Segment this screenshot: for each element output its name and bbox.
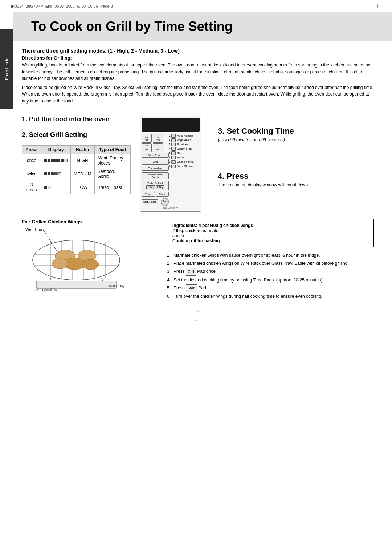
ingredients-box: Ingredients: 4 pcs/400 g chicken wings 2… [167, 219, 374, 247]
btn-01kg[interactable]: 0.1kg [156, 185, 164, 189]
table-row: once [22, 154, 131, 167]
crosshair-icon [192, 317, 200, 324]
table-row: twice MEDIUM [22, 167, 131, 181]
btn-reheat[interactable]: Reheat FriedFoods [142, 172, 169, 179]
preset-pasta: 6 Pasta [169, 156, 200, 159]
press-twice: twice [22, 167, 41, 181]
example-title: Ex.: Grilled Chicken Wings [22, 219, 156, 224]
left-column: 1. Put the food into the oven 2. Select … [22, 116, 131, 212]
svg-text:Glass Tray: Glass Tray [109, 284, 125, 288]
preset-steam-fish: 4 Steam Fish [169, 147, 200, 151]
preset-chicken-pcs: 7 Chicken Pcs. [169, 160, 200, 164]
grill-table: Press Display Heater Type of Food once [22, 145, 131, 194]
ingredients-line3: sauce [172, 233, 368, 238]
header-file-info: IP0534_38G70KP_Eng_0630 2006. 6. 30 10:5… [11, 4, 113, 8]
svg-point-14 [83, 259, 99, 270]
btn-grill[interactable]: Grill [142, 159, 169, 165]
heater-3times: LOW [71, 181, 95, 194]
btn-clock[interactable]: Clock [156, 192, 169, 197]
recipe-section: Ingredients: 4 pcs/400 g chicken wings 2… [167, 219, 374, 301]
oven-display [142, 118, 200, 132]
svg-rect-17 [36, 281, 116, 288]
step3-title: 3. Set Cooking Time [218, 126, 374, 136]
preset-meat-skewers: 8 Meat Skewers [169, 165, 200, 168]
heater-once: HIGH [71, 154, 95, 167]
col-heater: Heater [71, 145, 95, 154]
col-food: Type of Food [94, 145, 130, 154]
ingredients-line4: Cooking oil for basting [172, 238, 368, 243]
btn-1kg[interactable]: 1.0kg [146, 185, 155, 189]
btn-1min[interactable]: 1min [153, 134, 163, 143]
preset-rice: 5 Rice [169, 151, 200, 155]
wire-rack-illustration: Wire Rack [22, 227, 156, 294]
food-3times: Bread, Toast [94, 181, 130, 194]
cooking-step-3: Press Grill Pad once. [167, 268, 374, 275]
wire-rack-label: Wire Rack [25, 227, 44, 232]
display-twice [41, 167, 71, 181]
btn-1sec[interactable]: 1sec [153, 143, 163, 152]
btn-timer[interactable]: Timer [142, 192, 155, 197]
display-3times [41, 181, 71, 194]
preset-auto-reheat: 1 Auto Reheat [169, 134, 200, 138]
oven-time-row: 10min 1min 10sec 1sec Micro Power Grill … [142, 134, 200, 206]
page-number: - En-8 - [0, 301, 392, 317]
header-crosshair-icon [374, 3, 381, 10]
display-once [41, 154, 71, 167]
rack-svg: Glass Tray Heat-proof dish [22, 227, 131, 293]
ingredients-line2: 2 tbsp chicken marinate [172, 228, 368, 233]
oven-panel: 10min 1min 10sec 1sec Micro Power Grill … [140, 116, 201, 212]
step1-title: 1. Put the food into the oven [22, 116, 110, 123]
svg-point-13 [52, 259, 68, 269]
press-3times: 3 times [22, 181, 41, 194]
svg-text:Heat-proof dish: Heat-proof dish [36, 288, 59, 292]
oven-diagram: 10min 1min 10sec 1sec Micro Power Grill … [131, 116, 211, 212]
btn-stop-reset[interactable]: Stop/Reset [142, 199, 158, 204]
cooking-step-1: Marinate chicken wings with sauce overni… [167, 252, 374, 259]
btn-10sec[interactable]: 10sec [142, 143, 152, 152]
btn-10min[interactable]: 10min [142, 134, 152, 143]
step4-title: 4. Press [218, 171, 374, 181]
table-row: 3 times LOW Bread, Toast [22, 181, 131, 194]
step4-sub: The time in the display window will coun… [218, 182, 374, 187]
preset-potatoes: 3 Potatoes [169, 143, 200, 146]
start-btn-inline: Start [186, 284, 197, 292]
col-display: Display [41, 145, 71, 154]
food-once: Meat, Poultry pieces [94, 154, 130, 167]
directions-subtitle: Directions for Grilling: [22, 55, 374, 61]
directions-text2: Place food to be grilled on Wire Rack in… [22, 84, 374, 105]
english-sidebar: English [0, 29, 13, 109]
grill-btn-inline: Grill [186, 268, 196, 276]
press-once: once [22, 154, 41, 167]
btn-start[interactable]: Start [161, 198, 169, 206]
middle-section: 1. Put the food into the oven 2. Select … [0, 116, 392, 212]
cooking-step-6: Turn over the chicken wings during half … [167, 293, 374, 300]
grill-modes-title: There are three grill setting modes. (1 … [22, 48, 374, 54]
directions-text1: When grilling, heat is radiated from the… [22, 62, 374, 82]
page-title: To Cook on Grill by Time Setting [13, 12, 392, 41]
page-wrapper: IP0534_38G70KP_Eng_0630 2006. 6. 30 10:5… [0, 0, 392, 555]
col-press: Press [22, 145, 41, 154]
food-twice: Seafood, Garlic [94, 167, 130, 181]
preset-vegetables: 2 Vegetables [169, 138, 200, 142]
btn-micro-power[interactable]: Micro Power [142, 153, 169, 158]
example-section: Ex.: Grilled Chicken Wings Wire Rack [22, 219, 156, 301]
cooking-step-5: Press Start Pad. [167, 284, 374, 292]
content-area: There are three grill setting modes. (1 … [0, 41, 392, 112]
step3-sub: (up to 99 minutes and 99 seconds) [218, 137, 374, 142]
heater-twice: MEDIUM [71, 167, 95, 181]
ingredients-title: Ingredients: 4 pcs/400 g chicken wings [172, 223, 368, 228]
cooking-steps: Marinate chicken wings with sauce overni… [167, 252, 374, 300]
btn-turbo-defrost[interactable]: Turbo Defrost 1.0kg 0.1kg [142, 181, 169, 190]
bottom-crosshair [0, 317, 392, 328]
cooking-step-4: Set the desired cooking time by pressing… [167, 276, 374, 284]
btn-combination[interactable]: Combination [142, 166, 169, 171]
step2-title: 2. Select Grill Setting [22, 131, 87, 139]
oven-model-label: NN-GT546W [142, 207, 200, 209]
grill-section: 2. Select Grill Setting Press Display He… [22, 131, 131, 194]
header-bar: IP0534_38G70KP_Eng_0630 2006. 6. 30 10:5… [0, 0, 392, 12]
right-column: 3. Set Cooking Time (up to 99 minutes an… [211, 116, 374, 212]
bottom-section: Ex.: Grilled Chicken Wings Wire Rack [0, 219, 392, 301]
cooking-step-2: Place marinated chicken wings on Wire Ra… [167, 260, 374, 267]
oven-presets: 1 Auto Reheat 2 Vegetables 3 Pota [169, 134, 200, 206]
